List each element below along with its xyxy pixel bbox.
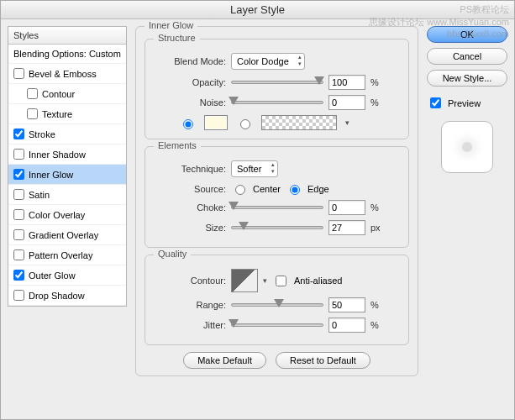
style-label: Bevel & Emboss bbox=[29, 69, 97, 79]
style-checkbox[interactable] bbox=[27, 108, 38, 119]
make-default-button[interactable]: Make Default bbox=[183, 352, 266, 369]
style-row-drop-shadow[interactable]: Drop Shadow bbox=[8, 286, 126, 306]
structure-group: Structure Blend Mode: Color Dodge Opacit… bbox=[145, 39, 409, 139]
style-label: Texture bbox=[42, 109, 72, 119]
choke-slider[interactable] bbox=[231, 206, 323, 209]
opacity-input[interactable] bbox=[328, 75, 365, 90]
style-checkbox[interactable] bbox=[13, 209, 24, 220]
style-checkbox[interactable] bbox=[13, 68, 24, 79]
panel-title: Inner Glow bbox=[145, 20, 197, 30]
preview-dot-icon bbox=[462, 142, 472, 152]
style-label: Inner Shadow bbox=[29, 150, 86, 160]
noise-input[interactable] bbox=[328, 95, 365, 110]
choke-input[interactable] bbox=[328, 200, 365, 215]
style-label: Outer Glow bbox=[29, 270, 76, 281]
style-row-satin[interactable]: Satin bbox=[8, 185, 126, 205]
jitter-input[interactable] bbox=[328, 318, 365, 333]
style-row-inner-glow[interactable]: Inner Glow bbox=[8, 165, 126, 185]
size-slider[interactable] bbox=[231, 226, 323, 229]
style-row-texture[interactable]: Texture bbox=[8, 104, 126, 124]
jitter-slider[interactable] bbox=[231, 323, 323, 327]
style-row-inner-shadow[interactable]: Inner Shadow bbox=[8, 144, 126, 165]
contour-label: Contour: bbox=[154, 276, 226, 286]
style-row-outer-glow[interactable]: Outer Glow bbox=[8, 265, 126, 286]
blend-mode-select[interactable]: Color Dodge bbox=[231, 53, 305, 70]
color-radio[interactable] bbox=[183, 119, 193, 129]
cancel-button[interactable]: Cancel bbox=[427, 48, 507, 65]
style-label: Color Overlay bbox=[29, 210, 85, 220]
style-label: Contour bbox=[42, 89, 75, 99]
jitter-label: Jitter: bbox=[154, 320, 226, 330]
structure-title: Structure bbox=[154, 33, 200, 43]
style-checkbox[interactable] bbox=[13, 189, 24, 200]
range-label: Range: bbox=[154, 300, 226, 310]
choke-label: Choke: bbox=[154, 202, 226, 213]
style-row-color-overlay[interactable]: Color Overlay bbox=[8, 205, 126, 225]
styles-list: Styles Blending Options: Custom Bevel & … bbox=[8, 26, 127, 383]
preview-checkbox[interactable] bbox=[430, 97, 441, 108]
quality-title: Quality bbox=[154, 249, 191, 259]
elements-group: Elements Technique: Softer Source: Cente… bbox=[145, 146, 409, 248]
dialog-buttons: OK Cancel New Style... Preview bbox=[427, 26, 507, 383]
effect-settings: Inner Glow Structure Blend Mode: Color D… bbox=[135, 26, 418, 383]
style-checkbox[interactable] bbox=[13, 270, 24, 281]
source-edge-radio[interactable] bbox=[290, 185, 300, 195]
style-label: Pattern Overlay bbox=[29, 250, 92, 260]
quality-group: Quality Contour: ▾ Anti-aliased Range: % bbox=[145, 255, 409, 345]
opacity-slider[interactable] bbox=[231, 81, 323, 84]
technique-select[interactable]: Softer bbox=[231, 160, 278, 177]
style-row-gradient-overlay[interactable]: Gradient Overlay bbox=[8, 225, 126, 245]
reset-default-button[interactable]: Reset to Default bbox=[276, 352, 370, 369]
style-label: Gradient Overlay bbox=[29, 230, 98, 240]
range-slider[interactable] bbox=[231, 303, 323, 307]
style-label: Inner Glow bbox=[29, 170, 73, 180]
style-checkbox[interactable] bbox=[13, 249, 24, 260]
blending-options-row[interactable]: Blending Options: Custom bbox=[8, 45, 126, 64]
blend-mode-label: Blend Mode: bbox=[154, 56, 226, 66]
style-checkbox[interactable] bbox=[13, 129, 24, 139]
elements-title: Elements bbox=[154, 140, 201, 150]
color-swatch[interactable] bbox=[204, 115, 228, 130]
style-checkbox[interactable] bbox=[13, 229, 24, 240]
source-edge-label: Edge bbox=[307, 184, 329, 194]
style-row-bevel-emboss[interactable]: Bevel & Emboss bbox=[8, 64, 126, 84]
contour-chevron-icon[interactable]: ▾ bbox=[263, 276, 267, 285]
contour-picker[interactable] bbox=[231, 269, 258, 292]
style-checkbox[interactable] bbox=[13, 149, 24, 160]
source-center-label: Center bbox=[253, 184, 281, 194]
style-row-pattern-overlay[interactable]: Pattern Overlay bbox=[8, 245, 126, 265]
layer-style-dialog: Layer Style PS教程论坛 思缘设计论坛 www.MissYuan.c… bbox=[0, 0, 515, 420]
source-center-radio[interactable] bbox=[235, 185, 245, 195]
preview-thumbnail bbox=[441, 121, 493, 173]
inner-glow-group: Inner Glow Structure Blend Mode: Color D… bbox=[135, 26, 418, 376]
style-row-stroke[interactable]: Stroke bbox=[8, 124, 126, 144]
anti-aliased-checkbox[interactable] bbox=[276, 276, 286, 286]
anti-aliased-label: Anti-aliased bbox=[294, 276, 342, 286]
size-label: Size: bbox=[154, 223, 226, 233]
style-label: Satin bbox=[29, 190, 50, 200]
style-row-contour[interactable]: Contour bbox=[8, 84, 126, 104]
style-label: Stroke bbox=[29, 129, 55, 139]
new-style-button[interactable]: New Style... bbox=[427, 70, 507, 87]
source-label: Source: bbox=[154, 184, 226, 194]
style-checkbox[interactable] bbox=[27, 88, 38, 99]
gradient-chevron-icon[interactable]: ▾ bbox=[345, 118, 349, 127]
range-input[interactable] bbox=[328, 297, 365, 312]
technique-label: Technique: bbox=[154, 164, 226, 174]
size-input[interactable] bbox=[328, 220, 365, 235]
noise-slider[interactable] bbox=[231, 101, 323, 104]
styles-header[interactable]: Styles bbox=[8, 27, 126, 45]
style-checkbox[interactable] bbox=[13, 290, 24, 301]
noise-label: Noise: bbox=[154, 97, 226, 108]
style-label: Drop Shadow bbox=[29, 291, 85, 301]
opacity-label: Opacity: bbox=[154, 77, 226, 87]
gradient-radio[interactable] bbox=[240, 119, 250, 129]
style-checkbox[interactable] bbox=[13, 169, 24, 180]
preview-label: Preview bbox=[448, 98, 481, 108]
gradient-swatch[interactable] bbox=[261, 115, 337, 130]
